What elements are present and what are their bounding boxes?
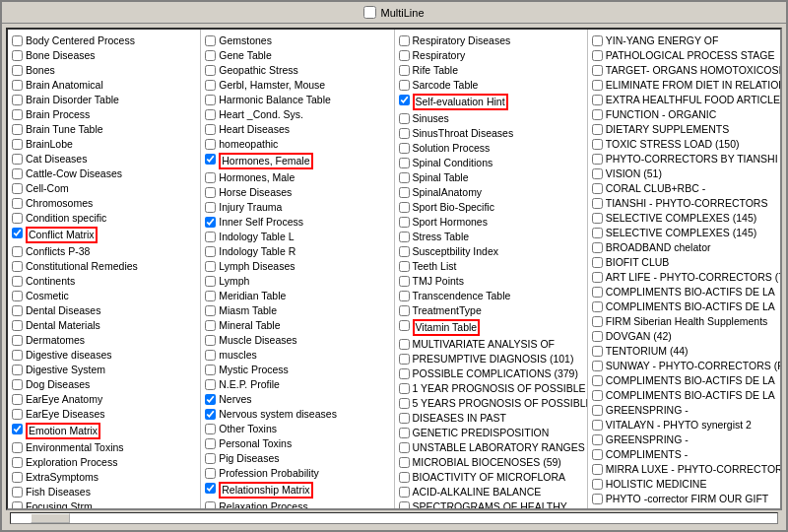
horizontal-scrollbar[interactable]: [10, 512, 778, 524]
item-checkbox[interactable]: [399, 442, 410, 453]
list-item[interactable]: 1 YEAR PROGNOSIS OF POSSIBLE: [397, 381, 585, 396]
list-item[interactable]: COMPLIMENTS BIO-ACTIFS DE LA: [590, 373, 778, 388]
list-item[interactable]: Emotion Matrix: [10, 422, 198, 440]
item-checkbox[interactable]: [205, 154, 216, 165]
item-checkbox[interactable]: [592, 154, 603, 165]
item-checkbox[interactable]: [592, 272, 603, 283]
list-item[interactable]: Lymph Diseases: [203, 259, 391, 274]
item-checkbox[interactable]: [592, 346, 603, 357]
list-item[interactable]: TENTORIUM (44): [590, 344, 778, 359]
item-checkbox[interactable]: [205, 409, 216, 420]
list-item[interactable]: COMPLIMENTS BIO-ACTIFS DE LA: [590, 388, 778, 403]
item-checkbox[interactable]: [205, 394, 216, 405]
item-checkbox[interactable]: [12, 335, 23, 346]
list-item[interactable]: 5 YEARS PROGNOSIS OF POSSIBLE: [397, 396, 585, 411]
item-checkbox[interactable]: [592, 361, 603, 371]
item-checkbox[interactable]: [399, 50, 410, 61]
item-checkbox[interactable]: [205, 95, 216, 105]
item-checkbox[interactable]: [399, 487, 410, 498]
item-checkbox[interactable]: [399, 232, 410, 242]
list-item[interactable]: ART LIFE - PHYTO-CORRECTORS (71): [590, 270, 778, 285]
list-item[interactable]: DOCTOR NONA (44): [590, 506, 778, 508]
item-checkbox[interactable]: [592, 183, 603, 194]
item-checkbox[interactable]: [12, 80, 23, 91]
list-item[interactable]: YIN-YANG ENERGY OF: [590, 33, 778, 48]
list-item[interactable]: PHYTO-CORRECTORS BY TIANSHI: [590, 152, 778, 166]
list-item[interactable]: Solution Process: [397, 141, 585, 156]
item-checkbox[interactable]: [12, 154, 23, 165]
list-item[interactable]: Cosmetic: [10, 289, 198, 303]
list-item[interactable]: Brain Tune Table: [10, 122, 198, 137]
list-item[interactable]: BrainLobe: [10, 137, 198, 152]
item-checkbox[interactable]: [592, 139, 603, 150]
list-item[interactable]: DIETARY SUPPLEMENTS: [590, 122, 778, 137]
list-item[interactable]: Dental Diseases: [10, 303, 198, 318]
item-checkbox[interactable]: [205, 246, 216, 257]
list-item[interactable]: CORAL CLUB+RBC -: [590, 181, 778, 196]
list-item[interactable]: EarEye Anatomy: [10, 392, 198, 407]
item-checkbox[interactable]: [399, 383, 410, 394]
item-checkbox[interactable]: [399, 261, 410, 272]
item-checkbox[interactable]: [12, 394, 23, 405]
item-checkbox[interactable]: [399, 113, 410, 124]
item-checkbox[interactable]: [205, 305, 216, 316]
list-item[interactable]: Heart _Cond. Sys.: [203, 107, 391, 122]
list-item[interactable]: Pig Diseases: [203, 451, 391, 466]
list-item[interactable]: Cell-Com: [10, 181, 198, 196]
list-item[interactable]: BROADBAND chelator: [590, 240, 778, 255]
list-item[interactable]: UNSTABLE LABORATORY RANGES: [397, 440, 585, 455]
list-item[interactable]: PRESUMPTIVE DIAGNOSIS (101): [397, 352, 585, 366]
list-item[interactable]: Conflict Matrix: [10, 226, 198, 244]
item-checkbox[interactable]: [12, 379, 23, 390]
list-item[interactable]: Harmonic Balance Table: [203, 93, 391, 107]
list-item[interactable]: ExtraSymptoms: [10, 470, 198, 485]
list-item[interactable]: Susceptbility Index: [397, 244, 585, 259]
list-item[interactable]: SPECTROGRAMS OF HEALTHY: [397, 499, 585, 508]
item-checkbox[interactable]: [399, 368, 410, 379]
list-item[interactable]: TARGET- ORGANS HOMOTOXICOSIS: [590, 63, 778, 78]
list-item[interactable]: Horse Diseases: [203, 185, 391, 200]
multiline-checkbox[interactable]: [363, 6, 376, 19]
list-item[interactable]: Environmental Toxins: [10, 440, 198, 455]
item-checkbox[interactable]: [399, 158, 410, 168]
item-checkbox[interactable]: [399, 35, 410, 46]
list-item[interactable]: PHYTO -corrector FIRM OUR GIFT: [590, 492, 778, 506]
list-item[interactable]: Fish Diseases: [10, 485, 198, 499]
item-checkbox[interactable]: [12, 35, 23, 46]
list-item[interactable]: DISEASES IN PAST: [397, 411, 585, 426]
list-item[interactable]: Other Toxins: [203, 422, 391, 436]
list-item[interactable]: SELECTIVE COMPLEXES (145): [590, 211, 778, 226]
list-item[interactable]: Profession Probability: [203, 466, 391, 481]
item-checkbox[interactable]: [12, 487, 23, 498]
list-item[interactable]: Dog Diseases: [10, 377, 198, 392]
item-checkbox[interactable]: [399, 472, 410, 483]
item-checkbox[interactable]: [12, 320, 23, 331]
item-checkbox[interactable]: [399, 457, 410, 468]
item-checkbox[interactable]: [399, 354, 410, 365]
list-item[interactable]: muscles: [203, 348, 391, 363]
item-checkbox[interactable]: [205, 350, 216, 361]
item-checkbox[interactable]: [205, 365, 216, 375]
list-item[interactable]: TreatmentType: [397, 303, 585, 318]
item-checkbox[interactable]: [592, 228, 603, 238]
list-item[interactable]: Brain Process: [10, 107, 198, 122]
item-checkbox[interactable]: [205, 291, 216, 301]
list-item[interactable]: homeopathic: [203, 137, 391, 152]
list-item[interactable]: Transcendence Table: [397, 289, 585, 303]
item-checkbox[interactable]: [399, 339, 410, 350]
list-item[interactable]: MULTIVARIATE ANALYSIS OF: [397, 337, 585, 352]
list-item[interactable]: EXTRA HEALTHFUL FOOD ARTICLES: [590, 93, 778, 107]
list-item[interactable]: Cattle-Cow Diseases: [10, 166, 198, 181]
item-checkbox[interactable]: [399, 428, 410, 438]
list-item[interactable]: PATHOLOGICAL PROCESS STAGE: [590, 48, 778, 63]
item-checkbox[interactable]: [205, 202, 216, 213]
item-checkbox[interactable]: [12, 139, 23, 150]
list-item[interactable]: Spinal Table: [397, 170, 585, 185]
item-checkbox[interactable]: [592, 464, 603, 475]
item-checkbox[interactable]: [399, 202, 410, 213]
item-checkbox[interactable]: [12, 246, 23, 257]
list-item[interactable]: Self-evaluation Hint: [397, 93, 585, 111]
list-item[interactable]: TOXIC STRESS LOAD (150): [590, 137, 778, 152]
item-checkbox[interactable]: [12, 50, 23, 61]
list-item[interactable]: Body Centered Process: [10, 33, 198, 48]
